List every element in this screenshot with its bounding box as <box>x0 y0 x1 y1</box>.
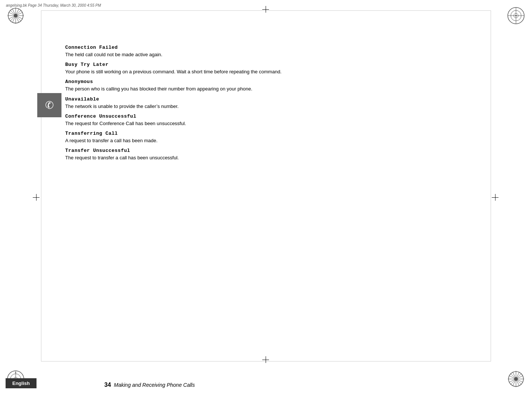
section-body-anonymous: The person who is calling you has blocke… <box>65 86 467 92</box>
section-connection-failed: Connection Failed The held call could no… <box>65 45 467 58</box>
section-anonymous: Anonymous The person who is calling you … <box>65 79 467 92</box>
section-title-busy-try-later: Busy Try Later <box>65 62 467 67</box>
section-busy-try-later: Busy Try Later Your phone is still worki… <box>65 62 467 75</box>
language-tab: English <box>6 378 37 388</box>
section-body-busy-try-later: Your phone is still working on a previou… <box>65 69 467 75</box>
section-title-unavailable: Unavailable <box>65 96 467 102</box>
corner-decoration-tr <box>506 6 526 26</box>
section-title-transferring-call: Transferring Call <box>65 131 467 136</box>
border-right <box>491 10 491 361</box>
section-title-transfer-unsuccessful: Transfer Unsuccessful <box>65 148 467 153</box>
section-body-connection-failed: The held call could not be made active a… <box>65 51 467 58</box>
page-chapter-title: Making and Receiving Phone Calls <box>114 382 195 388</box>
mid-cross-left <box>33 194 40 201</box>
page-number: 34 <box>104 382 111 388</box>
phone-icon: ✆ <box>44 98 54 112</box>
footer: English 34 Making and Receiving Phone Ca… <box>0 361 532 395</box>
corner-decoration-tl <box>6 6 26 26</box>
section-body-transferring-call: A request to transfer a call has been ma… <box>65 137 467 144</box>
svg-point-17 <box>14 14 18 17</box>
section-body-conference-unsuccessful: The request for Conference Call has been… <box>65 120 467 127</box>
section-body-unavailable: The network is unable to provide the cal… <box>65 103 467 110</box>
section-transfer-unsuccessful: Transfer Unsuccessful The request to tra… <box>65 148 467 161</box>
mid-cross-top <box>262 6 270 13</box>
section-body-transfer-unsuccessful: The request to transfer a call has been … <box>65 155 467 161</box>
footer-page-info: 34 Making and Receiving Phone Calls <box>104 382 195 388</box>
icon-block: ✆ <box>37 93 61 117</box>
language-label: English <box>12 380 30 386</box>
main-content: ✆ Connection Failed The held call could … <box>65 45 467 356</box>
mid-cross-right <box>492 194 499 201</box>
section-transferring-call: Transferring Call A request to transfer … <box>65 131 467 144</box>
section-title-connection-failed: Connection Failed <box>65 45 467 50</box>
section-title-conference-unsuccessful: Conference Unsuccessful <box>65 114 467 119</box>
section-title-anonymous: Anonymous <box>65 79 467 85</box>
border-left <box>41 10 41 361</box>
section-unavailable: Unavailable The network is unable to pro… <box>65 96 467 110</box>
section-conference-unsuccessful: Conference Unsuccessful The request for … <box>65 114 467 127</box>
